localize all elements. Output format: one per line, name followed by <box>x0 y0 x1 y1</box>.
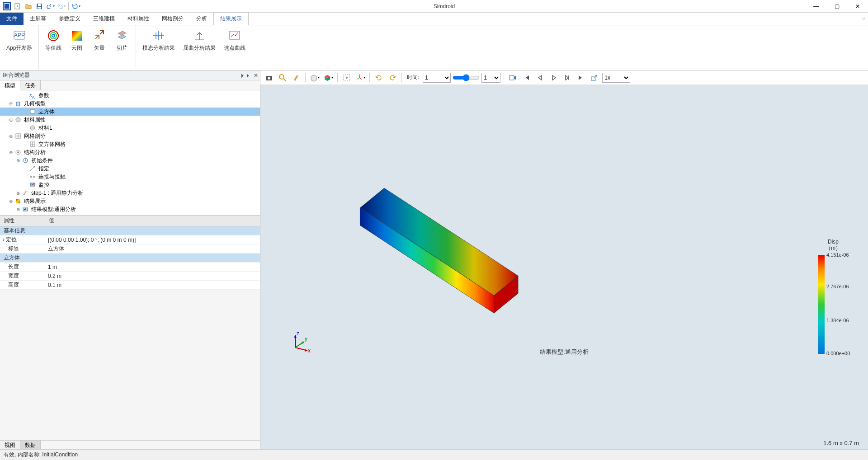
panel-close-icon[interactable]: ✕ <box>254 72 258 79</box>
tree-row[interactable]: ⊕step-1 : 通用静力分析 <box>0 189 260 197</box>
menu-home[interactable]: 主屏幕 <box>24 13 52 25</box>
btab-data[interactable]: 数据 <box>20 441 41 449</box>
close-button[interactable]: ✕ <box>847 0 868 13</box>
menu-3dmodel[interactable]: 三维建模 <box>87 13 121 25</box>
first-frame-icon[interactable] <box>521 72 533 84</box>
menu-results[interactable]: 结果展示 <box>213 12 249 25</box>
panel-title: 组合浏览器 <box>3 71 30 79</box>
box-view-icon[interactable]: ▾ <box>309 72 321 84</box>
props-height-value[interactable]: 0.1 m <box>45 282 260 288</box>
vector-button[interactable]: 矢量 <box>90 27 109 53</box>
collapse-ribbon-icon[interactable]: ⌵ <box>862 14 865 21</box>
menu-analysis[interactable]: 分析 <box>190 13 213 25</box>
left-panel: 组合浏览器 ⏵⏵ ✕ 模型 任务 x(t)参数⊖几何模型立方体⊖材料属性材料1⊖… <box>0 70 260 449</box>
svg-rect-21 <box>30 176 32 178</box>
svg-point-10 <box>52 34 55 37</box>
minimize-button[interactable]: — <box>806 0 826 13</box>
legend-tick: 0.000e+00 <box>826 351 850 356</box>
tree-row[interactable]: ⊖结果模型:通用分析 <box>0 205 260 213</box>
tree-row[interactable]: 指定 <box>0 164 260 173</box>
tree-label: 连接与接触 <box>37 173 67 181</box>
props-col-attr: 属性 <box>0 216 45 226</box>
props-tag-value[interactable]: 立方体 <box>45 245 260 253</box>
fit-icon[interactable] <box>341 72 353 84</box>
props-width-label: 宽度 <box>0 272 45 280</box>
tree-row[interactable]: 监控 <box>0 181 260 189</box>
props-col-value: 值 <box>45 216 58 226</box>
svg-rect-13 <box>30 110 35 113</box>
point-curve-button[interactable]: 选点曲线 <box>221 27 248 53</box>
cloudmap-button[interactable]: 云图 <box>67 27 87 53</box>
tree-row[interactable]: x(t)参数 <box>0 91 260 99</box>
tab-tasks[interactable]: 任务 <box>20 80 41 90</box>
color-cube-icon[interactable]: ▾ <box>322 72 334 84</box>
tree-row[interactable]: ⊖网格剖分 <box>0 132 260 140</box>
redo-icon[interactable]: ▾ <box>56 1 66 11</box>
ic-icon <box>22 157 29 164</box>
app-developer-label: App开发器 <box>6 44 32 52</box>
new-icon[interactable] <box>13 1 23 11</box>
svg-point-14 <box>16 117 20 122</box>
refresh-icon[interactable]: ▾ <box>71 1 81 11</box>
tree-label: 指定 <box>37 164 51 173</box>
app-developer-button[interactable]: APP App开发器 <box>4 27 35 53</box>
menu-mesh[interactable]: 网格剖分 <box>156 13 190 25</box>
tree-row[interactable]: ⊖结构分析 <box>0 148 260 156</box>
play-icon[interactable] <box>548 72 560 84</box>
undo-icon[interactable]: ▾ <box>45 1 55 11</box>
viewport-caption: 结果模型:通用分析 <box>260 348 868 356</box>
btab-view[interactable]: 视图 <box>0 441 20 449</box>
contour-button[interactable]: 等值线 <box>42 27 64 53</box>
frame-select-1[interactable]: 1 <box>423 73 451 83</box>
screenshot-icon[interactable] <box>263 72 275 84</box>
menu-material[interactable]: 材料属性 <box>121 13 156 25</box>
record-icon[interactable] <box>507 72 519 84</box>
tree-row[interactable]: ⊕初始条件 <box>0 156 260 164</box>
next-frame-icon[interactable] <box>561 72 573 84</box>
zoom-icon[interactable] <box>277 72 288 84</box>
tree-label: 初始条件 <box>30 156 54 165</box>
svg-text:APP: APP <box>14 32 25 38</box>
tree-label: step-1 : 通用静力分析 <box>30 189 85 197</box>
tree-row[interactable]: 立方体网格 <box>0 140 260 148</box>
rotate-cw-icon[interactable] <box>387 72 398 84</box>
clear-icon[interactable] <box>290 72 302 84</box>
viewport-canvas[interactable]: z x y 结果模型:通用分析 Disp（m） 4.151e-06 2.767e… <box>260 85 868 449</box>
slice-button[interactable]: 切片 <box>112 27 132 53</box>
tree-row[interactable]: ⊖材料属性 <box>0 116 260 124</box>
tree-row[interactable]: 材料1 <box>0 124 260 132</box>
tree-label: 参数 <box>37 91 51 100</box>
menu-file[interactable]: 文件 <box>0 13 24 25</box>
point-curve-label: 选点曲线 <box>224 44 245 52</box>
tree-row[interactable]: 立方体 <box>0 108 260 116</box>
frame-select-2[interactable]: 1 <box>481 73 500 83</box>
last-frame-icon[interactable] <box>575 72 587 84</box>
props-orient-value[interactable]: [(0.00 0.00 1.00); 0 °; (0 m 0 m 0 m)] <box>45 237 260 243</box>
svg-point-33 <box>346 77 348 79</box>
props-length-value[interactable]: 1 m <box>45 264 260 270</box>
prev-frame-icon[interactable] <box>534 72 546 84</box>
model-tree[interactable]: x(t)参数⊖几何模型立方体⊖材料属性材料1⊖网格剖分立方体网格⊖结构分析⊕初始… <box>0 90 260 215</box>
save-icon[interactable] <box>34 1 44 11</box>
menu-params[interactable]: 参数定义 <box>52 13 87 25</box>
tab-model[interactable]: 模型 <box>0 80 20 90</box>
ribbon: APP App开发器 等值线 云图 矢量 切片 模态分析结果 屈曲分析结果 选点… <box>0 25 868 70</box>
props-width-value[interactable]: 0.2 m <box>45 273 260 279</box>
panel-pin-icon[interactable]: ⏵⏵ <box>240 72 251 79</box>
rm-icon <box>22 206 29 213</box>
time-slider[interactable] <box>453 74 480 81</box>
tree-row[interactable]: 连接与接触 <box>0 173 260 181</box>
rotate-ccw-icon[interactable] <box>373 72 385 84</box>
tree-row[interactable]: ⊖几何模型 <box>0 99 260 108</box>
axes-icon[interactable]: ▾ <box>354 72 366 84</box>
speed-select[interactable]: 1x <box>602 73 630 83</box>
buckling-result-button[interactable]: 屈曲分析结果 <box>180 27 218 53</box>
vector-label: 矢量 <box>94 44 105 52</box>
buckling-result-label: 屈曲分析结果 <box>183 44 216 52</box>
modal-result-button[interactable]: 模态分析结果 <box>140 27 178 53</box>
export-icon[interactable] <box>589 72 600 84</box>
svg-rect-27 <box>25 208 26 210</box>
tree-row[interactable]: ⊖结果展示 <box>0 197 260 205</box>
open-icon[interactable] <box>24 1 33 11</box>
maximize-button[interactable]: ▢ <box>826 0 847 13</box>
